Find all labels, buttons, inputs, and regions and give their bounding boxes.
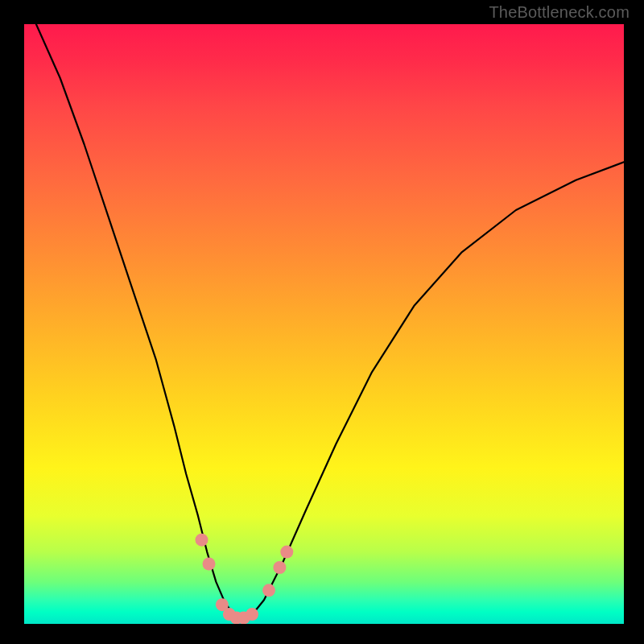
marker-dot [262, 584, 275, 597]
marker-dot [280, 546, 293, 559]
chart-svg [24, 24, 624, 624]
marker-dot [273, 561, 286, 574]
highlight-markers [196, 534, 294, 624]
bottleneck-curve [36, 24, 624, 619]
marker-dot [246, 608, 258, 621]
watermark-text: TheBottleneck.com [489, 3, 630, 22]
marker-dot [196, 534, 208, 547]
outer-frame: TheBottleneck.com [0, 0, 644, 644]
plot-area [24, 24, 624, 624]
marker-dot [203, 558, 216, 571]
